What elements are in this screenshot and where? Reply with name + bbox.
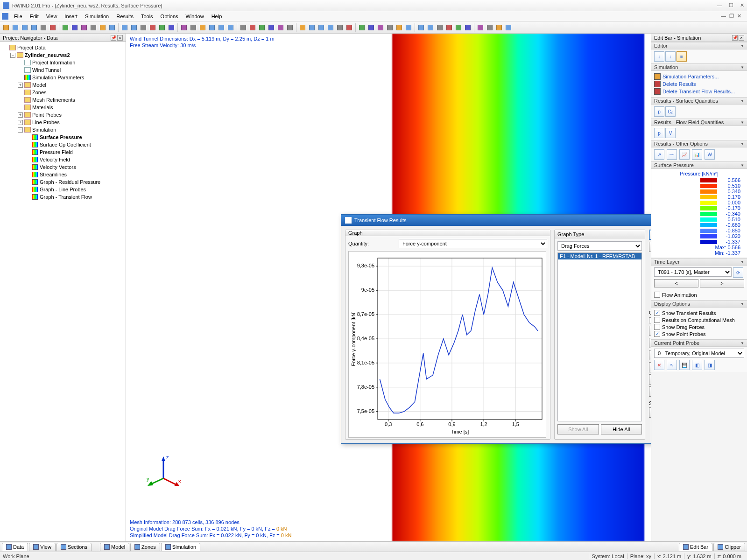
display-option-0[interactable]: ✓Show Transient Results <box>654 309 744 316</box>
toolbar-button-39[interactable] <box>386 23 394 32</box>
probe-pick-icon[interactable]: ↖ <box>667 360 677 370</box>
panel-close-icon[interactable]: × <box>739 35 744 41</box>
toolbar-button-4[interactable] <box>39 23 48 32</box>
toolbar-button-19[interactable] <box>189 23 197 32</box>
roo-btn-5[interactable]: W <box>705 149 715 160</box>
tree-surface-pressure[interactable]: Surface Pressure <box>0 133 126 141</box>
editor-btn-3[interactable]: ≡ <box>677 51 687 62</box>
time-layer-select[interactable]: T091 - 1.70 [s], Master <box>654 267 732 277</box>
toolbar-button-0[interactable] <box>2 23 10 32</box>
tab-clipper[interactable]: Clipper <box>713 543 745 551</box>
editor-btn-2[interactable]: ↓ <box>665 51 676 62</box>
toolbar-button-36[interactable] <box>358 23 366 32</box>
toolbar-button-46[interactable] <box>454 23 463 32</box>
probe-btn-4[interactable]: ◧ <box>692 360 702 370</box>
dialog-print-button[interactable]: Print <box>649 374 651 385</box>
toolbar-button-41[interactable] <box>404 23 413 32</box>
toolbar-button-6[interactable] <box>61 23 70 32</box>
toolbar-button-16[interactable] <box>158 23 166 32</box>
project-tree[interactable]: Project Data−Zylinder_neu.rws2Project In… <box>0 42 126 541</box>
toolbar-button-45[interactable] <box>445 23 453 32</box>
probe-btn-5[interactable]: ◨ <box>705 360 715 370</box>
display-option-1[interactable]: Results on Computational Mesh <box>654 316 744 323</box>
probe-delete-icon[interactable]: ✕ <box>654 360 664 370</box>
menu-file[interactable]: File <box>10 13 26 20</box>
tree-point-probes[interactable]: +Point Probes <box>0 111 126 119</box>
time-layer-refresh-icon[interactable]: ⟳ <box>733 267 743 278</box>
tree-zylinder-neu-rws2[interactable]: −Zylinder_neu.rws2 <box>0 51 126 59</box>
quantity-select[interactable]: Force y-component <box>399 239 547 248</box>
sim-link-1[interactable]: Delete Results <box>654 80 744 88</box>
toolbar-button-9[interactable] <box>89 23 98 32</box>
tree-model[interactable]: +Model <box>0 81 126 89</box>
toolbar-button-29[interactable] <box>286 23 294 32</box>
toolbar-button-33[interactable] <box>326 23 335 32</box>
toolbar-button-15[interactable] <box>148 23 157 32</box>
toolbar-button-21[interactable] <box>208 23 216 32</box>
tree-pressure-field[interactable]: Pressure Field <box>0 148 126 156</box>
mdi-window-buttons[interactable]: — ❐ ✕ <box>721 13 745 19</box>
toolbar-button-43[interactable] <box>426 23 435 32</box>
menu-window[interactable]: Window <box>182 13 208 20</box>
time-prev-button[interactable]: < <box>654 279 698 287</box>
toolbar-button-26[interactable] <box>258 23 266 32</box>
sim-link-0[interactable]: Simulation Parameters... <box>654 73 744 80</box>
sim-link-2[interactable]: Delete Transient Flow Results... <box>654 88 744 95</box>
tree-zones[interactable]: Zones <box>0 89 126 96</box>
tree-velocity-vectors[interactable]: Velocity Vectors <box>0 163 126 171</box>
time-next-button[interactable]: > <box>700 279 744 287</box>
tree-graph-line-probes[interactable]: Graph - Line Probes <box>0 186 126 193</box>
toolbar-button-3[interactable] <box>30 23 38 32</box>
toolbar-button-22[interactable] <box>217 23 226 32</box>
roo-btn-2[interactable]: 〰 <box>667 149 677 160</box>
toolbar-button-8[interactable] <box>80 23 88 32</box>
toolbar-button-32[interactable] <box>317 23 325 32</box>
menu-view[interactable]: View <box>42 13 61 20</box>
dialog-export-all-button[interactable]: Export All <box>649 362 651 372</box>
toolbar-button-17[interactable] <box>167 23 176 32</box>
rsq-p-button[interactable]: p <box>654 106 664 117</box>
tab-zones[interactable]: Zones <box>130 543 160 551</box>
tree-mesh-refinements[interactable]: Mesh Refinements <box>0 96 126 104</box>
flow-animation-checkbox[interactable] <box>654 292 660 298</box>
menu-options[interactable]: Options <box>157 13 182 20</box>
tree-simulation-parameters[interactable]: Simulation Parameters <box>0 74 126 81</box>
probe-save-icon[interactable]: 💾 <box>679 360 690 370</box>
tree-materials[interactable]: Materials <box>0 104 126 111</box>
menu-edit[interactable]: Edit <box>26 13 42 20</box>
tree-graph-transient-flow[interactable]: Graph - Transient Flow <box>0 193 126 201</box>
toolbar-button-37[interactable] <box>367 23 375 32</box>
toolbar-button-50[interactable] <box>495 23 503 32</box>
series-list-item[interactable]: F1 - Modell Nr. 1 - RFEM/RSTAB Mo <box>558 253 641 259</box>
tree-simulation[interactable]: −Simulation <box>0 126 126 133</box>
toolbar-button-49[interactable] <box>486 23 494 32</box>
toolbar-button-35[interactable] <box>345 23 353 32</box>
tab-sections[interactable]: Sections <box>56 543 92 551</box>
rff-p-button[interactable]: p <box>654 128 664 138</box>
maximize-button[interactable]: ☐ <box>729 2 733 8</box>
toolbar-button-48[interactable] <box>476 23 485 32</box>
tab-view[interactable]: View <box>29 543 56 551</box>
tab-edit-bar[interactable]: Edit Bar <box>679 543 712 551</box>
3d-viewport[interactable]: Wind Tunnel Dimensions: Dx = 5.119 m, Dy… <box>126 34 651 541</box>
toolbar-button-31[interactable] <box>308 23 316 32</box>
toolbar-button-10[interactable] <box>99 23 107 32</box>
menu-help[interactable]: Help <box>208 13 226 20</box>
toolbar-button-38[interactable] <box>376 23 385 32</box>
toolbar-button-13[interactable] <box>130 23 138 32</box>
toolbar-button-34[interactable] <box>336 23 344 32</box>
toolbar-button-51[interactable] <box>504 23 513 32</box>
tab-data[interactable]: Data <box>2 543 28 551</box>
tree-surface-cp-coefficient[interactable]: Surface Cp Coefficient <box>0 141 126 148</box>
toolbar-button-18[interactable] <box>180 23 188 32</box>
pin-icon[interactable]: 📌 <box>732 35 738 41</box>
legend-checkbox[interactable] <box>649 317 651 323</box>
dialog-next-button[interactable]: Next <box>649 326 651 336</box>
menu-results[interactable]: Results <box>113 13 137 20</box>
toolbar-button-2[interactable] <box>21 23 29 32</box>
close-button[interactable]: ✕ <box>740 2 744 8</box>
dialog-previous-button[interactable]: Previous <box>649 338 651 348</box>
editor-btn-1[interactable]: ↓ <box>654 51 664 62</box>
tab-model[interactable]: Model <box>100 543 129 551</box>
help-button[interactable]: Help <box>649 242 651 252</box>
